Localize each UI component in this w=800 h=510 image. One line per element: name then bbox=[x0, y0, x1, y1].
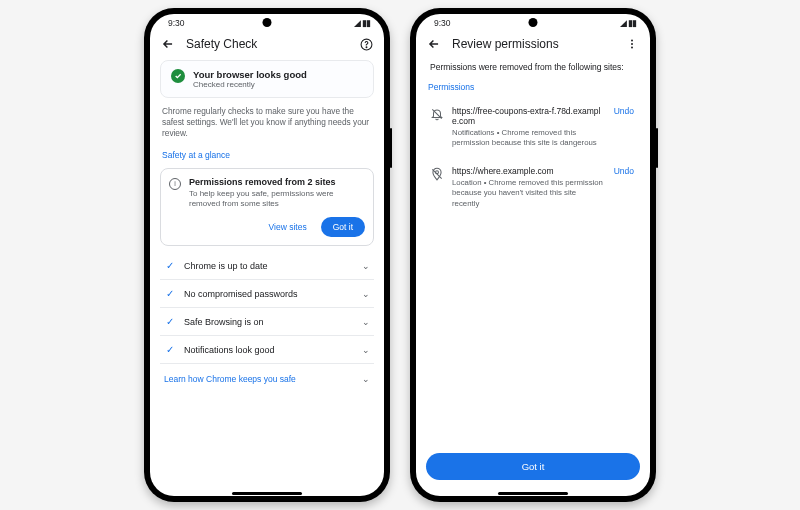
svg-point-3 bbox=[631, 43, 633, 45]
permission-desc: Notifications • Chrome removed this perm… bbox=[452, 128, 604, 148]
item-notifications[interactable]: ✓ Notifications look good ⌄ bbox=[160, 336, 374, 364]
item-no-compromised-passwords[interactable]: ✓ No compromised passwords ⌄ bbox=[160, 280, 374, 308]
camera-punch-hole bbox=[263, 18, 272, 27]
check-badge-icon bbox=[171, 69, 185, 83]
learn-more-label: Learn how Chrome keeps you safe bbox=[164, 374, 296, 384]
screen-right: 9:30 ◢ ▮▮ Review permissions Permissions… bbox=[416, 14, 650, 496]
status-bar: 9:30 ◢ ▮▮ bbox=[150, 14, 384, 32]
chevron-down-icon: ⌄ bbox=[362, 345, 370, 355]
got-it-button[interactable]: Got it bbox=[426, 453, 640, 480]
check-icon: ✓ bbox=[164, 288, 176, 299]
back-arrow-icon[interactable] bbox=[160, 36, 176, 52]
item-chrome-up-to-date[interactable]: ✓ Chrome is up to date ⌄ bbox=[160, 252, 374, 280]
permission-item: https://where.example.com Location • Chr… bbox=[426, 160, 640, 220]
phone-right: 9:30 ◢ ▮▮ Review permissions Permissions… bbox=[410, 8, 656, 502]
list-item-label: Chrome is up to date bbox=[184, 261, 354, 271]
chevron-down-icon: ⌄ bbox=[362, 289, 370, 299]
app-bar: Safety Check bbox=[150, 32, 384, 60]
help-icon[interactable] bbox=[358, 36, 374, 52]
safety-banner: Your browser looks good Checked recently bbox=[160, 60, 374, 98]
location-off-icon bbox=[430, 167, 444, 181]
gesture-nav-bar bbox=[150, 490, 384, 496]
permission-host: https://where.example.com bbox=[452, 166, 604, 176]
permission-host: https://free-coupons-extra-f.78d.example… bbox=[452, 106, 604, 126]
back-arrow-icon[interactable] bbox=[426, 36, 442, 52]
list-item-label: No compromised passwords bbox=[184, 289, 354, 299]
status-icons: ◢ ▮▮ bbox=[620, 18, 636, 28]
svg-point-1 bbox=[366, 46, 367, 47]
screen-left: 9:30 ◢ ▮▮ Safety Check Your browser look… bbox=[150, 14, 384, 496]
list-item-label: Notifications look good bbox=[184, 345, 354, 355]
undo-button[interactable]: Undo bbox=[612, 106, 636, 116]
list-item-label: Safe Browsing is on bbox=[184, 317, 354, 327]
permission-desc: Location • Chrome removed this permissio… bbox=[452, 178, 604, 208]
power-button bbox=[656, 128, 658, 168]
page-title: Review permissions bbox=[452, 37, 614, 51]
phone-left: 9:30 ◢ ▮▮ Safety Check Your browser look… bbox=[144, 8, 390, 502]
power-button bbox=[390, 128, 392, 168]
permissions-removed-card: i Permissions removed from 2 sites To he… bbox=[160, 168, 374, 247]
content: Your browser looks good Checked recently… bbox=[150, 60, 384, 490]
info-icon: i bbox=[169, 178, 181, 190]
svg-point-2 bbox=[631, 40, 633, 42]
app-bar: Review permissions bbox=[416, 32, 650, 60]
content: Permissions were removed from the follow… bbox=[416, 60, 650, 445]
perm-card-body: To help keep you safe, permissions were … bbox=[189, 189, 365, 210]
bell-off-icon bbox=[430, 107, 444, 121]
item-safe-browsing[interactable]: ✓ Safe Browsing is on ⌄ bbox=[160, 308, 374, 336]
body-text: Chrome regularly checks to make sure you… bbox=[162, 106, 372, 140]
perm-card-title: Permissions removed from 2 sites bbox=[189, 177, 365, 187]
permission-item: https://free-coupons-extra-f.78d.example… bbox=[426, 100, 640, 160]
gesture-nav-bar bbox=[416, 490, 650, 496]
chevron-down-icon: ⌄ bbox=[362, 374, 370, 384]
camera-punch-hole bbox=[529, 18, 538, 27]
more-icon[interactable] bbox=[624, 36, 640, 52]
view-sites-button[interactable]: View sites bbox=[263, 218, 313, 236]
got-it-button[interactable]: Got it bbox=[321, 217, 365, 237]
undo-button[interactable]: Undo bbox=[612, 166, 636, 176]
page-title: Safety Check bbox=[186, 37, 348, 51]
bottom-action-bar: Got it bbox=[416, 445, 650, 490]
subhead: Permissions were removed from the follow… bbox=[430, 62, 636, 72]
svg-point-4 bbox=[631, 47, 633, 49]
safety-glance-label: Safety at a glance bbox=[162, 150, 372, 160]
status-bar: 9:30 ◢ ▮▮ bbox=[416, 14, 650, 32]
check-icon: ✓ bbox=[164, 260, 176, 271]
status-icons: ◢ ▮▮ bbox=[354, 18, 370, 28]
permissions-section-label: Permissions bbox=[428, 82, 638, 92]
status-time: 9:30 bbox=[168, 18, 185, 28]
chevron-down-icon: ⌄ bbox=[362, 317, 370, 327]
status-time: 9:30 bbox=[434, 18, 451, 28]
check-icon: ✓ bbox=[164, 344, 176, 355]
chevron-down-icon: ⌄ bbox=[362, 261, 370, 271]
check-icon: ✓ bbox=[164, 316, 176, 327]
learn-more-link[interactable]: Learn how Chrome keeps you safe ⌄ bbox=[160, 364, 374, 394]
banner-title: Your browser looks good bbox=[193, 69, 307, 80]
banner-subtitle: Checked recently bbox=[193, 80, 307, 89]
